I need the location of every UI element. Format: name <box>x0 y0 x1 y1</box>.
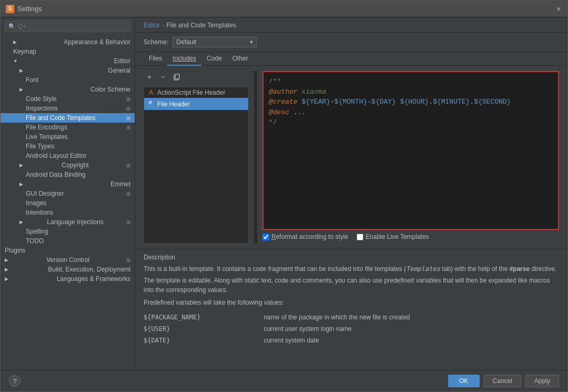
reformat-checkbox-row[interactable]: Reformat according to style <box>262 233 348 240</box>
sidebar-item-android-layout-editor[interactable]: Android Layout Editor <box>1 151 135 160</box>
file-list-toolbar: + − <box>144 71 249 83</box>
search-input[interactable] <box>18 23 127 30</box>
sidebar-item-font[interactable]: Font <box>1 75 135 85</box>
desc-para-2: The template is editable. Along with sta… <box>144 276 559 295</box>
sidebar-item-appearance-behavior[interactable]: ▶ Appearance & Behavior <box>1 37 135 47</box>
breadcrumb-editor[interactable]: Editor <box>144 22 160 29</box>
expand-icon-lang-fw: ▶ <box>5 276 8 282</box>
sidebar-item-keymap[interactable]: Keymap <box>1 47 135 56</box>
add-template-button[interactable]: + <box>144 71 155 83</box>
desc-para-1: This is a built-in template. It contains… <box>144 264 559 274</box>
expand-icon: ▶ <box>13 39 17 45</box>
help-button[interactable]: ? <box>9 375 21 387</box>
scheme-select-wrap[interactable]: Default Project <box>173 37 257 47</box>
main-content: Editor › File and Code Templates Scheme:… <box>135 17 567 370</box>
tab-other[interactable]: Other <box>227 52 253 66</box>
sidebar-item-languages-frameworks[interactable]: ▶ Languages & Frameworks <box>1 274 135 284</box>
search-box[interactable]: 🔍 <box>5 21 130 32</box>
sidebar-item-file-encodings[interactable]: File Encodings ⊞ <box>1 123 135 132</box>
desc-var-desc-1: current user system login name <box>263 323 559 335</box>
sidebar-item-general[interactable]: ▶ General <box>1 66 135 75</box>
desc-var-row-2: ${DATE} current system date <box>144 335 559 346</box>
sidebar-item-android-data-binding[interactable]: Android Data Binding <box>1 170 135 179</box>
sidebar-item-todo[interactable]: TODO <box>1 236 135 246</box>
scheme-label: Scheme: <box>144 38 168 46</box>
tab-includes[interactable]: Includes <box>167 52 201 66</box>
lang-inject-badge: ⊞ <box>126 219 130 225</box>
desc-var-row-0: ${PACKAGE_NAME} name of the package in w… <box>144 311 559 323</box>
search-icon: 🔍 <box>8 23 16 30</box>
expand-icon-editor: ▼ <box>13 58 18 64</box>
description-area: Description This is a built-in template.… <box>135 249 567 370</box>
sidebar-item-version-control[interactable]: ▶ Version Control ⊞ <box>1 255 135 265</box>
code-line-1: /** <box>269 76 553 87</box>
sidebar-item-spelling[interactable]: Spelling <box>1 227 135 236</box>
title-bar-left: S Settings <box>6 5 42 13</box>
sidebar-tree: ▶ Appearance & Behavior Keymap ▼ Editor … <box>1 35 135 286</box>
desc-var-desc-0: name of the package in which the new fil… <box>263 311 559 323</box>
sidebar-item-live-templates[interactable]: Live Templates <box>1 132 135 142</box>
resize-handle[interactable] <box>254 71 257 244</box>
sidebar-item-emmet[interactable]: ▶ Emmet <box>1 179 135 189</box>
enable-live-label: Enable Live Templates <box>366 233 429 240</box>
remove-template-button[interactable]: − <box>157 71 169 83</box>
file-encodings-badge: ⊞ <box>126 125 130 130</box>
code-panel: /** @author xiaoma @create ${YEAR}-${MON… <box>262 71 559 244</box>
expand-icon-emmet: ▶ <box>19 182 23 187</box>
vc-badge: ⊞ <box>126 257 130 263</box>
sidebar-item-editor[interactable]: ▼ Editor <box>1 56 135 66</box>
sidebar-item-gui-designer[interactable]: GUI Designer ⊞ <box>1 189 135 198</box>
desc-var-name-1: ${USER} <box>144 323 263 335</box>
expand-icon-lang-inject: ▶ <box>19 219 23 225</box>
tab-files[interactable]: Files <box>144 52 167 66</box>
scheme-row: Scheme: Default Project <box>135 33 567 52</box>
actionscript-file-icon: A <box>147 89 155 96</box>
sidebar-item-language-injections[interactable]: ▶ Language Injections ⊞ <box>1 217 135 227</box>
sidebar-item-copyright[interactable]: ▶ Copyright ⊞ <box>1 160 135 170</box>
breadcrumb-separator: › <box>162 22 164 29</box>
cancel-button[interactable]: Cancel <box>484 375 521 387</box>
file-header-icon <box>147 99 155 108</box>
dialog-body: 🔍 ▶ Appearance & Behavior Keymap ▼ Edito… <box>1 17 567 370</box>
expand-icon-build: ▶ <box>5 267 8 272</box>
file-item-actionscript[interactable]: A ActionScript File Header <box>144 87 248 98</box>
desc-var-name-0: ${PACKAGE_NAME} <box>144 311 263 323</box>
desc-variables-table: ${PACKAGE_NAME} name of the package in w… <box>144 311 559 346</box>
sidebar-item-file-types[interactable]: File Types <box>1 142 135 151</box>
enable-live-checkbox-row[interactable]: Enable Live Templates <box>357 233 429 240</box>
enable-live-checkbox[interactable] <box>357 234 363 240</box>
expand-icon-vc: ▶ <box>5 257 8 263</box>
copy-template-button[interactable] <box>171 71 182 83</box>
sidebar-item-inspections[interactable]: Inspections ⊞ <box>1 104 135 113</box>
sidebar-item-intentions[interactable]: Intentions <box>1 208 135 217</box>
file-header-svg <box>147 99 155 107</box>
description-body: This is a built-in template. It contains… <box>144 264 559 346</box>
code-line-5: */ <box>269 117 553 128</box>
file-item-file-header[interactable]: File Header <box>144 98 248 110</box>
desc-predefined-label: Predefined variables will take the follo… <box>144 298 559 307</box>
sidebar-item-color-scheme[interactable]: ▶ Color Scheme <box>1 85 135 94</box>
reformat-checkbox[interactable] <box>262 234 269 240</box>
desc-templates-italic: Templates <box>406 265 440 273</box>
sidebar-item-file-code-templates[interactable]: File and Code Templates ⊞ <box>1 113 135 123</box>
ok-button[interactable]: OK <box>448 375 480 387</box>
file-list: A ActionScript File Header <box>144 87 249 244</box>
sidebar-item-plugins[interactable]: Plugins <box>1 246 135 255</box>
sidebar-item-code-style[interactable]: Code Style ⊞ <box>1 94 135 104</box>
svg-rect-2 <box>148 100 153 106</box>
apply-button[interactable]: Apply <box>525 375 559 387</box>
reformat-label: Reformat according to style <box>271 233 348 240</box>
desc-parse-bold: #parse <box>509 265 530 273</box>
sidebar-item-images[interactable]: Images <box>1 198 135 208</box>
code-editor[interactable]: /** @author xiaoma @create ${YEAR}-${MON… <box>262 71 559 230</box>
tab-code[interactable]: Code <box>201 52 227 66</box>
scheme-select[interactable]: Default Project <box>173 37 257 47</box>
copy-icon <box>173 73 180 81</box>
desc-var-row-1: ${USER} current user system login name <box>144 323 559 335</box>
sidebar-item-build-exec-deploy[interactable]: ▶ Build, Execution, Deployment <box>1 265 135 274</box>
breadcrumb-current: File and Code Templates <box>166 22 236 29</box>
svg-rect-1 <box>175 74 179 79</box>
description-title: Description <box>144 254 559 261</box>
close-button[interactable]: × <box>555 5 562 13</box>
expand-icon-general: ▶ <box>19 68 23 73</box>
